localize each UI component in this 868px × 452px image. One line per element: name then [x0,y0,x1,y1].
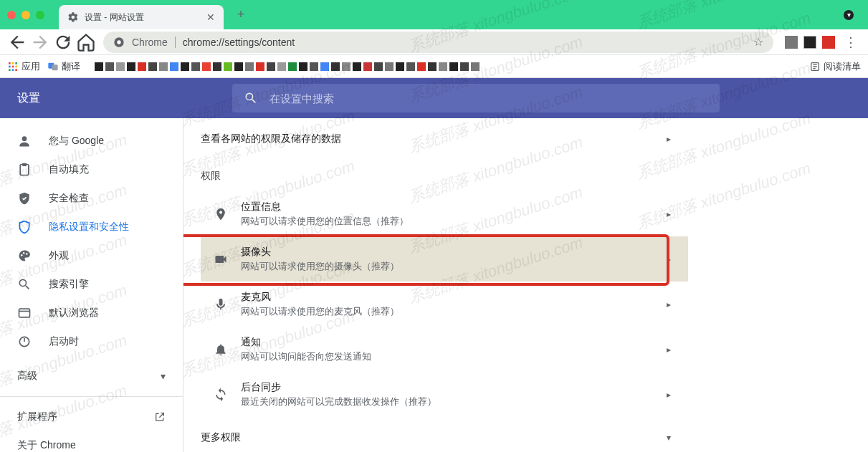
row-title: 后台同步 [241,381,667,394]
apps-label: 应用 [22,60,40,73]
row-notifications[interactable]: 通知网站可以询问能否向您发送通知 ▸ [201,327,688,372]
minimize-window-button[interactable] [22,11,30,19]
row-subtitle: 网站可以询问能否向您发送通知 [241,350,667,363]
browser-icon [17,306,32,320]
advanced-label: 高级 [17,370,37,383]
sidebar-separator [0,396,183,397]
close-window-button[interactable] [7,11,16,19]
sidebar-item-label: 默认浏览器 [49,307,99,319]
search-icon [244,91,258,105]
row-camera[interactable]: 摄像头网站可以请求使用您的摄像头（推荐） ▸ [201,236,688,282]
back-button[interactable] [7,32,27,52]
bell-icon [201,342,241,357]
svg-rect-12 [52,64,58,70]
svg-rect-2 [9,62,11,64]
window-titlebar: 设置 - 网站设置 ✕ + ▾ [0,0,868,29]
row-title: 位置信息 [241,201,667,213]
chevron-right-icon: ▸ [667,299,671,309]
svg-rect-5 [9,65,11,67]
extension-icon[interactable] [785,36,798,49]
home-button[interactable] [76,32,96,52]
row-subtitle: 网站可以请求使用您的摄像头（推荐） [241,260,667,273]
browser-tab[interactable]: 设置 - 网站设置 ✕ [59,5,224,29]
svg-rect-7 [15,65,17,67]
chevron-right-icon: ▸ [667,254,671,264]
sidebar-item-autofill[interactable]: 自动填充 [0,155,183,184]
svg-rect-20 [19,309,30,317]
power-icon [17,335,32,349]
row-subtitle: 网站可以请求使用您的麦克风（推荐） [241,305,667,318]
omnibox-separator [175,37,176,48]
page-title: 设置 [17,91,232,106]
row-more-permissions[interactable]: 更多权限 ▾ [201,423,688,451]
chevron-right-icon: ▸ [667,390,671,400]
reload-button[interactable] [53,32,73,52]
row-microphone[interactable]: 麦克风网站可以请求使用您的麦克风（推荐） ▸ [201,282,688,327]
apps-shortcut[interactable]: 应用 [7,60,40,73]
forward-button[interactable] [30,32,50,52]
location-icon [201,207,241,221]
svg-point-14 [22,136,27,141]
row-location[interactable]: 位置信息网站可以请求使用您的位置信息（推荐） ▸ [201,191,688,236]
about-label: 关于 Chrome [17,439,76,452]
search-input[interactable] [270,92,708,105]
sidebar-item-you-and-google[interactable]: 您与 Google [0,127,183,155]
chevron-right-icon: ▸ [667,134,671,144]
autofill-icon [17,163,32,177]
chevron-down-icon: ▾ [161,370,166,382]
settings-header: 设置 [0,78,868,118]
sidebar-item-search-engine[interactable]: 搜索引擎 [0,270,183,299]
bookmark-star-icon[interactable]: ☆ [753,35,763,49]
fullscreen-window-button[interactable] [36,11,44,19]
row-title: 通知 [241,336,667,349]
svg-rect-4 [15,62,17,64]
extension-icon[interactable] [803,36,816,49]
translate-icon [47,61,59,72]
extensions-label: 扩展程序 [17,410,57,423]
sidebar-item-label: 隐私设置和安全性 [49,221,129,234]
reading-list[interactable]: 阅读清单 [809,60,861,73]
row-title: 麦克风 [241,291,667,304]
svg-point-1 [117,40,120,44]
settings-search[interactable] [232,84,720,112]
person-icon [17,134,32,148]
open-external-icon [154,411,166,423]
chevron-right-icon: ▸ [667,345,671,355]
sidebar: 您与 Google 自动填充 安全检查 隐私设置和安全性 外观 搜索引擎 默认浏… [0,118,183,452]
row-subtitle: 最近关闭的网站可以完成数据收发操作（推荐） [241,395,667,408]
sidebar-about[interactable]: 关于 Chrome [0,431,183,452]
row-title: 更多权限 [201,431,667,444]
sidebar-item-privacy[interactable]: 隐私设置和安全性 [0,213,183,241]
reading-list-icon [809,61,821,72]
close-tab-button[interactable]: ✕ [206,11,215,23]
sidebar-item-appearance[interactable]: 外观 [0,241,183,270]
traffic-lights [7,11,44,19]
shield-icon [17,220,32,234]
translate-shortcut[interactable]: 翻译 [47,60,80,73]
sidebar-extensions[interactable]: 扩展程序 [0,403,183,431]
sidebar-item-safety-check[interactable]: 安全检查 [0,184,183,213]
bookmark-folders [95,62,802,71]
row-title: 查看各网站的权限及储存的数据 [201,133,667,145]
menu-button[interactable]: ⋮ [841,32,861,52]
address-bar[interactable]: Chrome chrome://settings/content ☆ [103,32,773,53]
svg-point-18 [23,252,25,254]
microphone-icon [201,297,241,312]
svg-rect-3 [12,62,14,64]
search-icon [17,277,32,292]
profile-indicator[interactable]: ▾ [844,10,854,20]
chrome-icon [113,37,125,48]
sidebar-advanced[interactable]: 高级 ▾ [0,362,183,390]
sidebar-item-default-browser[interactable]: 默认浏览器 [0,299,183,327]
row-view-site-data[interactable]: 查看各网站的权限及储存的数据 ▸ [201,124,688,153]
sidebar-item-label: 外观 [49,249,69,262]
row-background-sync[interactable]: 后台同步最近关闭的网站可以完成数据收发操作（推荐） ▸ [201,372,688,417]
svg-point-19 [26,253,28,255]
reading-list-label: 阅读清单 [824,60,861,73]
extension-icon[interactable] [822,36,835,49]
settings-content: 您与 Google 自动填充 安全检查 隐私设置和安全性 外观 搜索引擎 默认浏… [0,118,868,452]
svg-rect-16 [23,164,27,166]
row-subtitle: 网站可以请求使用您的位置信息（推荐） [241,215,667,228]
new-tab-button[interactable]: + [231,5,251,25]
sidebar-item-on-startup[interactable]: 启动时 [0,327,183,356]
